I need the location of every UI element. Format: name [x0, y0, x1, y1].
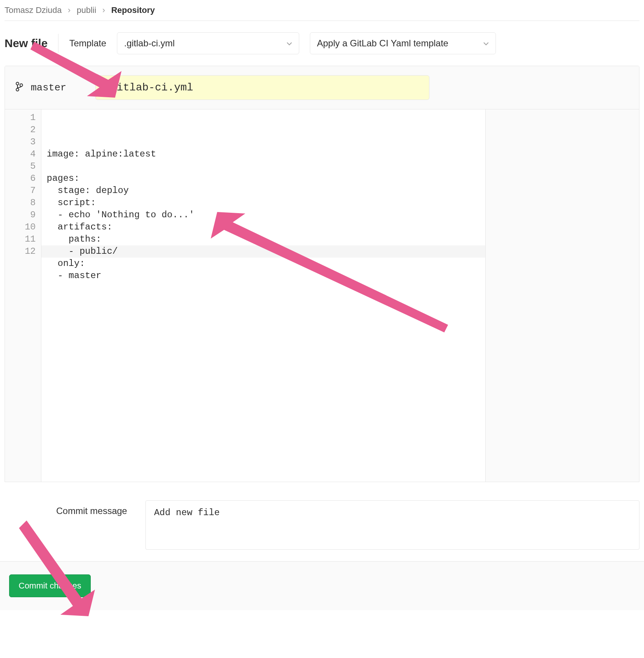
- branch-icon: [16, 82, 23, 94]
- commit-message-row: Commit message: [5, 497, 639, 561]
- svg-point-1: [20, 84, 23, 86]
- commit-message-input[interactable]: [145, 500, 639, 550]
- apply-template-dropdown[interactable]: Apply a GitLab CI Yaml template: [310, 32, 496, 54]
- line-number: 7: [10, 185, 36, 197]
- editor-header: master: [5, 66, 639, 109]
- editor: master 1 2 3 4 5 6 7 8 9 10 11 12 image:…: [5, 66, 639, 482]
- divider: [58, 34, 58, 53]
- template-label: Template: [69, 38, 106, 49]
- breadcrumb: Tomasz Dziuda › publii › Repository: [5, 0, 639, 21]
- line-number: 1: [10, 112, 36, 124]
- template-value: .gitlab-ci.yml: [124, 38, 175, 49]
- line-number: 12: [10, 245, 36, 258]
- apply-template-label: Apply a GitLab CI Yaml template: [317, 38, 448, 49]
- line-number: 10: [10, 221, 36, 233]
- line-number: 2: [10, 124, 36, 136]
- svg-point-2: [16, 88, 19, 91]
- line-number: 11: [10, 233, 36, 245]
- filename-input[interactable]: [95, 75, 429, 100]
- commit-message-label: Commit message: [56, 500, 127, 516]
- toolbar: New file Template .gitlab-ci.yml Apply a…: [5, 21, 639, 66]
- chevron-down-icon: [287, 40, 292, 47]
- code-content-area[interactable]: image: alpine:latest pages: stage: deplo…: [41, 109, 485, 482]
- line-number: 3: [10, 136, 36, 148]
- branch-name: master: [31, 82, 66, 93]
- footer-actions: Commit changes: [0, 561, 644, 610]
- line-number: 6: [10, 172, 36, 185]
- breadcrumb-page: Repository: [111, 5, 155, 15]
- code-text: image: alpine:latest pages: stage: deplo…: [47, 148, 480, 282]
- commit-changes-button[interactable]: Commit changes: [9, 574, 91, 597]
- chevron-down-icon: [483, 40, 489, 47]
- breadcrumb-project[interactable]: publii: [77, 5, 96, 15]
- editor-side-panel: [485, 109, 639, 482]
- svg-point-0: [16, 82, 19, 85]
- breadcrumb-owner[interactable]: Tomasz Dziuda: [5, 5, 62, 15]
- line-number-gutter: 1 2 3 4 5 6 7 8 9 10 11 12: [5, 109, 41, 482]
- template-dropdown[interactable]: .gitlab-ci.yml: [117, 32, 299, 54]
- breadcrumb-separator: ›: [68, 5, 71, 15]
- breadcrumb-separator: ›: [102, 5, 105, 15]
- line-number: 4: [10, 148, 36, 160]
- line-number: 8: [10, 197, 36, 209]
- page-title: New file: [5, 37, 47, 50]
- code-editor[interactable]: 1 2 3 4 5 6 7 8 9 10 11 12 image: alpine…: [5, 109, 639, 482]
- line-number: 5: [10, 160, 36, 172]
- line-number: 9: [10, 209, 36, 221]
